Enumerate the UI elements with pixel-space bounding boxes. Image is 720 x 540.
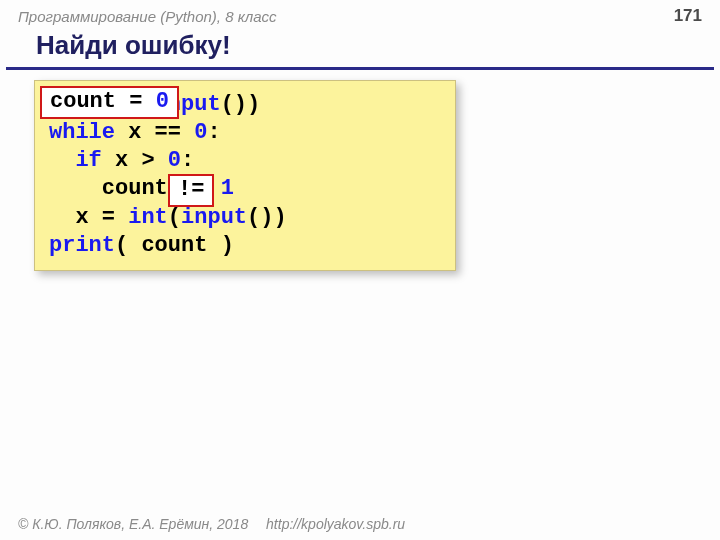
code-area: x = int(input()) while x == 0: if x > 0:… — [34, 80, 456, 271]
code-line-6: print( count ) — [49, 233, 234, 258]
page-number: 171 — [674, 6, 702, 26]
footer-url: http://kpolyakov.spb.ru — [266, 516, 405, 532]
slide-header: Программирование (Python), 8 класс 171 — [0, 0, 720, 28]
code-line-5: x = int(input()) — [49, 205, 287, 230]
code-line-2: while x == 0: — [49, 120, 221, 145]
course-title: Программирование (Python), 8 класс — [18, 8, 277, 25]
slide-footer: © К.Ю. Поляков, Е.А. Ерёмин, 2018 http:/… — [18, 516, 405, 532]
annotation-count-init: count = 0 — [40, 86, 179, 119]
code-line-3: if x > 0: — [49, 148, 194, 173]
annotation-not-equal: != — [168, 174, 214, 207]
copyright: © К.Ю. Поляков, Е.А. Ерёмин, 2018 — [18, 516, 248, 532]
slide-title: Найди ошибку! — [6, 28, 714, 70]
